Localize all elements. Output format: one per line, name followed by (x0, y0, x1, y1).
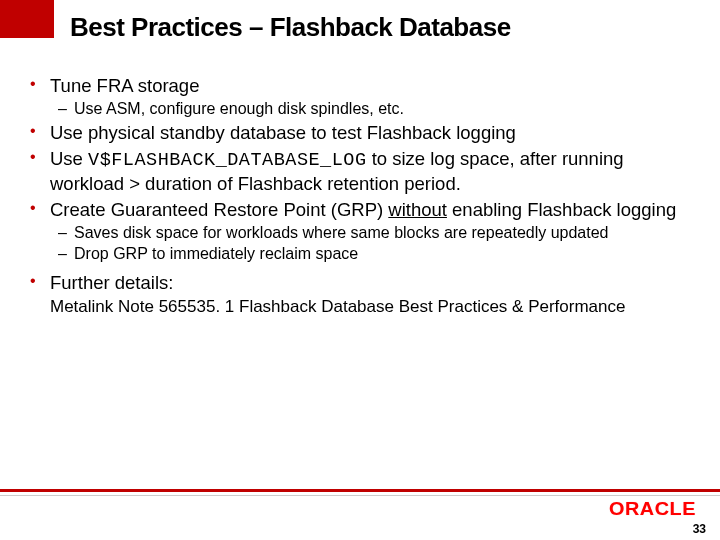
sub-bullet-item: – Saves disk space for workloads where s… (58, 223, 690, 243)
sub-bullet-text: Use ASM, configure enough disk spindles,… (74, 99, 690, 119)
footer-thin-line (0, 495, 720, 496)
bullet-marker: • (30, 198, 50, 222)
sub-bullet-marker: – (58, 99, 74, 119)
sub-bullet-item: – Drop GRP to immediately reclaim space (58, 244, 690, 264)
bullet-text: Create Guaranteed Restore Point (GRP) wi… (50, 198, 690, 222)
page-number: 33 (693, 522, 706, 536)
oracle-logo: ORACLE (605, 497, 692, 522)
sub-bullet-text: Drop GRP to immediately reclaim space (74, 244, 690, 264)
sub-bullet-marker: – (58, 244, 74, 264)
footer-accent-bar (0, 489, 720, 492)
bullet-item: • Create Guaranteed Restore Point (GRP) … (30, 198, 690, 222)
code-fragment: V$FLASHBACK_DATABASE_LOG (88, 150, 366, 171)
text-fragment: to size log space, after running (367, 148, 624, 169)
bullet-marker: • (30, 121, 50, 145)
red-corner-accent (0, 0, 54, 38)
sub-bullet-marker: – (58, 223, 74, 243)
text-fragment: workload > duration of Flashback retenti… (50, 173, 461, 194)
sub-bullet-text: Saves disk space for workloads where sam… (74, 223, 690, 243)
bullet-item: • Tune FRA storage (30, 74, 690, 98)
slide-title: Best Practices – Flashback Database (70, 12, 511, 43)
bullet-text: Use V$FLASHBACK_DATABASE_LOG to size log… (50, 147, 690, 196)
bullet-marker: • (30, 147, 50, 196)
bullet-item: • Use V$FLASHBACK_DATABASE_LOG to size l… (30, 147, 690, 196)
text-fragment: Use (50, 148, 88, 169)
bullet-text: Tune FRA storage (50, 74, 690, 98)
bullet-text: Use physical standby database to test Fl… (50, 121, 690, 145)
sub-bullet-item: – Use ASM, configure enough disk spindle… (58, 99, 690, 119)
bullet-item: • Further details: (30, 271, 690, 295)
bullet-item: • Use physical standby database to test … (30, 121, 690, 145)
oracle-logo-text: ORACLE (609, 499, 696, 520)
text-fragment: Create Guaranteed Restore Point (GRP) (50, 199, 388, 220)
underlined-text: without (388, 199, 447, 220)
reference-note: Metalink Note 565535. 1 Flashback Databa… (50, 296, 690, 317)
text-fragment: enabling Flashback logging (447, 199, 676, 220)
bullet-text: Further details: (50, 271, 690, 295)
slide-content: • Tune FRA storage – Use ASM, configure … (30, 72, 690, 318)
bullet-marker: • (30, 74, 50, 98)
bullet-marker: • (30, 271, 50, 295)
